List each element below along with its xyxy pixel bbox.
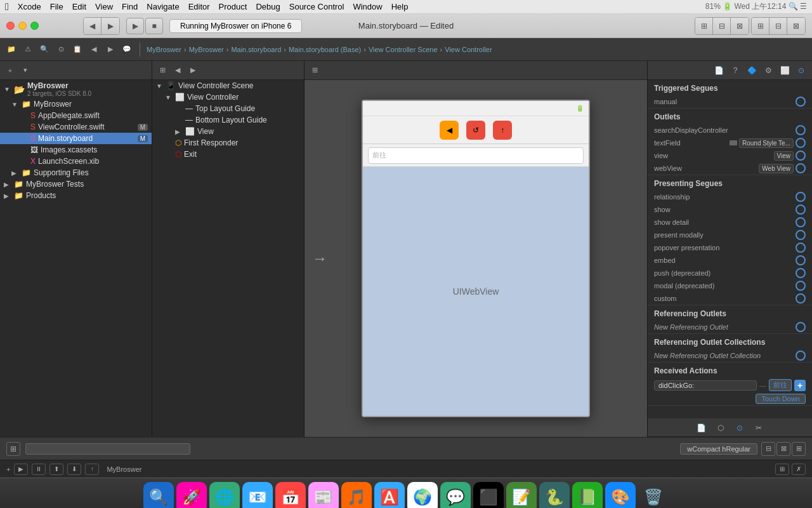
debug-btn[interactable]: ⊞ [6, 442, 20, 456]
nav-icon-3[interactable]: 🔍 [38, 44, 51, 55]
inspector-identity[interactable]: 🔷 [745, 65, 759, 76]
nav-icon-4[interactable]: ⊙ [55, 44, 67, 55]
sidebar-filter[interactable]: ▾ [19, 65, 32, 76]
lib-icon-3[interactable]: ⊙ [733, 422, 747, 434]
inspector-size[interactable]: ⬜ [778, 65, 792, 76]
menu-source-control[interactable]: Source Control [289, 2, 344, 11]
minimize-button[interactable] [18, 22, 27, 30]
menu-debug[interactable]: Debug [256, 2, 280, 11]
filter-input[interactable] [25, 443, 190, 455]
inspector-connections[interactable]: ⊙ [794, 65, 808, 76]
size-btn-3[interactable]: ⊞ [792, 442, 806, 456]
menu-find[interactable]: Find [122, 2, 138, 11]
bc-vc[interactable]: View Controller [445, 46, 492, 53]
dock-chrome[interactable]: 🌍 [407, 482, 438, 509]
project-root[interactable]: ▼ 📂 MyBroswer 2 targets, iOS SDK 8.0 [0, 80, 152, 98]
bc-vc-scene[interactable]: View Controller Scene [369, 46, 438, 53]
nav-fwd-btn[interactable]: ▶ [187, 65, 199, 76]
seg-modal-dep-circle[interactable] [796, 281, 806, 291]
pause-btn[interactable]: ⏸ [32, 464, 46, 475]
seg-modal-circle[interactable] [796, 230, 806, 240]
bc-main-storyboard[interactable]: Main.storyboard [231, 46, 281, 53]
stop-button[interactable]: ■ [145, 18, 163, 34]
ref-outlet-circle[interactable] [796, 322, 806, 332]
tree-images[interactable]: 🖼 Images.xcassets [0, 144, 152, 156]
apple-menu[interactable]:  [5, 1, 9, 13]
outlet-view-circle[interactable] [796, 150, 806, 161]
back-button[interactable]: ◀ [84, 18, 102, 34]
nav-scene[interactable]: ▼ 📱 View Controller Scene [152, 80, 304, 91]
scheme-selector[interactable]: Running MyBroswer on iPhone 6 [169, 19, 302, 33]
seg-custom-circle[interactable] [796, 293, 806, 304]
dock-launchpad[interactable]: 🚀 [176, 482, 207, 509]
dock-python[interactable]: 🐍 [539, 482, 570, 509]
editor-mode-2[interactable]: ⊟ [769, 18, 787, 34]
bc-mybroswer-2[interactable]: MyBroswer [189, 46, 224, 53]
step-out-btn[interactable]: ↑ [85, 464, 99, 475]
back-btn[interactable]: ◀ [440, 121, 459, 140]
tree-main-storyboard[interactable]: S Main.storyboard M [0, 133, 152, 144]
url-field[interactable]: 前往 [368, 147, 584, 164]
dock-trash[interactable]: 🗑️ [638, 482, 669, 509]
tree-viewcontroller[interactable]: S ViewController.swift M [0, 121, 152, 133]
sidebar-plus[interactable]: + [4, 65, 16, 76]
nav-icon-5[interactable]: 📋 [71, 44, 84, 55]
action-add-btn[interactable]: + [794, 380, 806, 391]
dock-finder[interactable]: 🔍 [143, 482, 174, 509]
menu-window[interactable]: Window [353, 2, 382, 11]
outlet-textfield-circle[interactable] [796, 138, 806, 148]
step-over-btn[interactable]: ⬆ [49, 464, 63, 475]
view-mode-2[interactable]: ⊟ [713, 18, 731, 34]
nav-icon-1[interactable]: 📁 [5, 44, 18, 55]
lib-icon-1[interactable]: 📄 [695, 422, 709, 434]
view-mode-1[interactable]: ⊞ [695, 18, 713, 34]
dock-evernote[interactable]: 📗 [572, 482, 603, 509]
nav-first-responder[interactable]: ⬡ First Responder [152, 137, 304, 149]
dock-news[interactable]: 📰 [308, 482, 339, 509]
outlet-webview-circle[interactable] [796, 163, 806, 173]
dock-safari[interactable]: 🌐 [209, 482, 240, 509]
bc-main-storyboard-base[interactable]: Main.storyboard (Base) [289, 46, 361, 53]
run-button[interactable]: ▶ [126, 18, 144, 34]
nav-icon-6[interactable]: ◀ [88, 44, 100, 55]
run-btn-2[interactable]: ▶ [14, 464, 28, 475]
seg-pop-circle[interactable] [796, 243, 806, 253]
tree-tests[interactable]: ▶ 📁 MyBroswer Tests [0, 178, 152, 190]
editor-mode-3[interactable]: ⊠ [787, 18, 805, 34]
close-button[interactable] [6, 22, 15, 30]
seg-rel-circle[interactable] [796, 192, 806, 202]
tree-products[interactable]: ▶ 📁 Products [0, 190, 152, 201]
tree-mybroswer[interactable]: ▼ 📁 MyBroswer [0, 98, 152, 110]
clear-btn[interactable]: ✗ [792, 464, 806, 475]
dock-mail[interactable]: 📧 [242, 482, 273, 509]
dock-music[interactable]: 🎵 [341, 482, 372, 509]
debug-btn-2[interactable]: + [6, 465, 10, 473]
tree-appdelegate[interactable]: S AppDelegate.swift [0, 110, 152, 121]
size-btn-2[interactable]: ⊠ [776, 442, 790, 456]
nav-icon-8[interactable]: 💬 [121, 44, 133, 55]
nav-view[interactable]: ▶ ⬜ View [152, 126, 304, 137]
menu-help[interactable]: Help [391, 2, 409, 11]
share-btn[interactable]: ↑ [493, 121, 512, 140]
menu-edit[interactable]: Edit [72, 2, 86, 11]
dock-sublime[interactable]: 📝 [506, 482, 537, 509]
seg-embed-circle[interactable] [796, 255, 806, 265]
size-btn-1[interactable]: ⊟ [761, 442, 775, 456]
inspector-file[interactable]: 📄 [712, 65, 726, 76]
nav-edit-btn[interactable]: ⊞ [156, 65, 169, 76]
nav-icon-2[interactable]: ⚠ [22, 44, 34, 55]
outlet-search-circle[interactable] [796, 125, 806, 135]
segue-manual-circle[interactable] [796, 97, 806, 107]
menu-navigate[interactable]: Navigate [147, 2, 179, 11]
nav-back-btn[interactable]: ◀ [171, 65, 184, 76]
inspector-quick-help[interactable]: ? [728, 65, 742, 76]
forward-button[interactable]: ▶ [102, 18, 119, 34]
nav-controller[interactable]: ▼ ⬜ View Controller [152, 91, 304, 103]
bc-mybroswer-1[interactable]: MyBroswer [147, 46, 181, 53]
lib-icon-2[interactable]: ⬡ [714, 422, 728, 434]
lib-icon-4[interactable]: ✂ [752, 422, 766, 434]
menu-product[interactable]: Product [219, 2, 247, 11]
menu-view[interactable]: View [95, 2, 113, 11]
seg-show-circle[interactable] [796, 204, 806, 215]
dock-terminal[interactable]: ⬛ [473, 482, 504, 509]
